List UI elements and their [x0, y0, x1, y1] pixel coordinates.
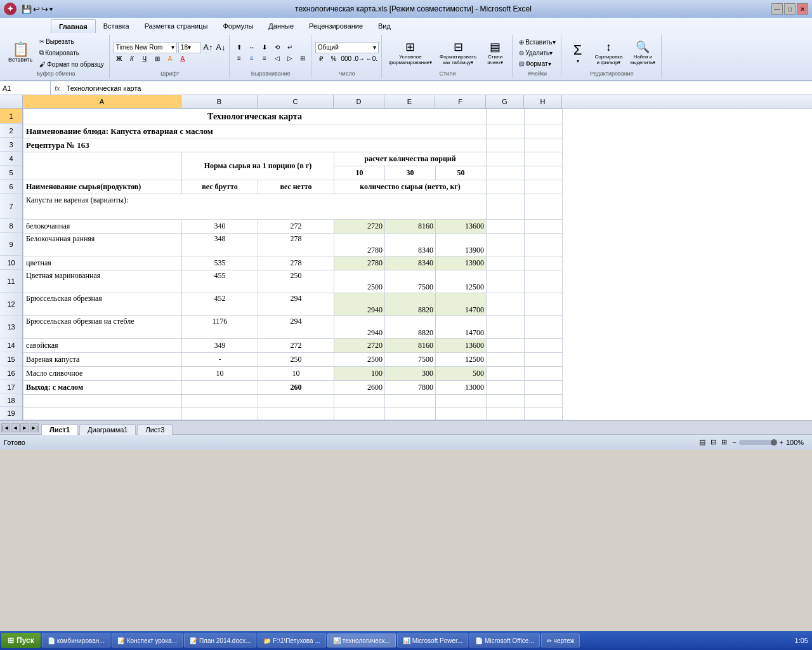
cell-r15-netto[interactable]: 250	[258, 353, 334, 367]
cell-r9-name[interactable]: Белокочанная ранняя	[23, 234, 182, 256]
row-num-18[interactable]: 18	[0, 394, 22, 407]
font-decrease-button[interactable]: A↓	[215, 43, 226, 53]
cell-r15-h[interactable]	[525, 353, 563, 367]
sort-filter-button[interactable]: ↕ Сортировкаи фильтр▾	[592, 36, 626, 69]
font-color-button[interactable]: A	[177, 54, 188, 64]
zoom-out-button[interactable]: −	[732, 439, 736, 446]
cell-r19-h[interactable]	[525, 408, 563, 420]
cell-r14-name[interactable]: савойская	[23, 339, 182, 353]
cell-r12-h[interactable]	[525, 293, 563, 316]
format-painter-button[interactable]: 🖌Формат по образцу	[37, 59, 107, 69]
cell-r17-h[interactable]	[525, 381, 563, 395]
cell-r1-title[interactable]: Технологическая карта	[23, 109, 487, 124]
align-middle-button[interactable]: ↔	[246, 43, 258, 53]
cell-r6-brutto[interactable]: вес брутто	[182, 180, 258, 194]
cell-r19-e[interactable]	[385, 408, 436, 420]
merge-center-button[interactable]: ⊞	[297, 53, 308, 63]
cell-r10-g[interactable]	[487, 256, 525, 270]
cell-r8-d[interactable]: 2720	[334, 220, 385, 234]
cell-r2-g[interactable]	[487, 124, 525, 138]
cell-r11-h[interactable]	[525, 270, 563, 293]
sheet-prev-button[interactable]: ◄	[11, 423, 20, 432]
cell-r14-g[interactable]	[487, 339, 525, 353]
formula-input[interactable]: Технологическая карта	[64, 84, 812, 92]
row-num-9[interactable]: 9	[0, 233, 22, 256]
decrease-decimal-button[interactable]: ←0.	[366, 54, 377, 64]
cell-r5-50[interactable]: 50	[436, 166, 487, 180]
cell-r13-f[interactable]: 14700	[436, 316, 487, 339]
copy-button[interactable]: ⧉Копировать	[37, 48, 107, 58]
undo-icon[interactable]: ↩	[33, 4, 40, 14]
sheet-first-button[interactable]: |◄	[1, 423, 10, 432]
insert-cells-button[interactable]: ⊕Вставить▾	[516, 37, 558, 47]
cell-r4-h[interactable]	[525, 152, 563, 166]
font-size-dropdown[interactable]: 18 ▾	[178, 42, 201, 53]
cell-r1-h[interactable]	[525, 109, 563, 124]
cell-r11-name[interactable]: Цветная маринованная	[23, 270, 182, 293]
cell-r13-netto[interactable]: 294	[258, 316, 334, 339]
cell-r14-e[interactable]: 8160	[385, 339, 436, 353]
cell-r18-a[interactable]	[23, 395, 182, 408]
cell-r16-brutto[interactable]: 10	[182, 367, 258, 381]
cell-r12-f[interactable]: 14700	[436, 293, 487, 316]
tab-home[interactable]: Главная	[51, 19, 96, 33]
cell-r10-brutto[interactable]: 535	[182, 256, 258, 270]
cell-r18-h[interactable]	[525, 395, 563, 408]
cell-r10-h[interactable]	[525, 256, 563, 270]
text-direction-button[interactable]: ⟲	[272, 43, 283, 53]
tab-formulas[interactable]: Формулы	[215, 19, 261, 33]
cell-r18-b[interactable]	[182, 395, 258, 408]
align-right-button[interactable]: ≡	[259, 53, 270, 63]
minimize-button[interactable]: —	[771, 3, 783, 15]
format-as-table-button[interactable]: ⊟ Форматироватькак таблицу▾	[436, 36, 480, 69]
cell-r10-e[interactable]: 8340	[385, 256, 436, 270]
cell-r13-name[interactable]: Брюссельская обрезная на стебле	[23, 316, 182, 339]
underline-button[interactable]: Ч	[139, 54, 150, 64]
sheet-tab-1[interactable]: Лист1	[41, 424, 78, 435]
col-header-f[interactable]: F	[435, 95, 486, 108]
col-header-h[interactable]: H	[524, 95, 562, 108]
cell-r8-netto[interactable]: 272	[258, 220, 334, 234]
row-num-11[interactable]: 11	[0, 270, 22, 293]
row-num-19[interactable]: 19	[0, 407, 22, 420]
cell-r19-a[interactable]	[23, 408, 182, 420]
dropdown-icon[interactable]: ▾	[49, 6, 53, 13]
number-format-dropdown[interactable]: Общий ▾	[315, 42, 379, 53]
col-header-c[interactable]: C	[258, 95, 334, 108]
row-num-4[interactable]: 4	[0, 152, 22, 166]
start-button[interactable]: ⊞ Пуск	[1, 633, 41, 648]
taskbar-item-7[interactable]: ✏ чертеж	[541, 633, 580, 647]
cell-r17-d[interactable]: 2600	[334, 381, 385, 395]
cell-r8-f[interactable]: 13600	[436, 220, 487, 234]
cell-r14-brutto[interactable]: 349	[182, 339, 258, 353]
cell-r8-brutto[interactable]: 340	[182, 220, 258, 234]
cell-r12-e[interactable]: 8820	[385, 293, 436, 316]
cell-r11-e[interactable]: 7500	[385, 270, 436, 293]
sheet-last-button[interactable]: ►|	[30, 423, 39, 432]
maximize-button[interactable]: □	[784, 3, 796, 15]
cell-r16-g[interactable]	[487, 367, 525, 381]
cell-r16-netto[interactable]: 10	[258, 367, 334, 381]
cell-r6-g[interactable]	[487, 180, 525, 194]
cell-r5-30[interactable]: 30	[385, 166, 436, 180]
taskbar-item-5[interactable]: 📊 Microsoft Power...	[397, 633, 468, 647]
conditional-format-button[interactable]: ⊞ Условноеформатирование▾	[386, 36, 435, 69]
row-num-3[interactable]: 3	[0, 138, 22, 152]
cell-r9-brutto[interactable]: 348	[182, 234, 258, 256]
col-header-d[interactable]: D	[334, 95, 384, 108]
cell-r11-netto[interactable]: 250	[258, 270, 334, 293]
taskbar-item-6[interactable]: 📄 Microsoft Office...	[469, 633, 540, 647]
cell-r9-e[interactable]: 8340	[385, 234, 436, 256]
cell-r11-brutto[interactable]: 455	[182, 270, 258, 293]
cell-r3-recipe[interactable]: Рецептура № 163	[23, 138, 487, 152]
cell-r15-brutto[interactable]: -	[182, 353, 258, 367]
cell-r9-h[interactable]	[525, 234, 563, 256]
view-page-break-icon[interactable]: ⊞	[721, 438, 727, 446]
border-button[interactable]: ⊞	[152, 54, 163, 64]
cell-r14-h[interactable]	[525, 339, 563, 353]
cell-r18-f[interactable]	[436, 395, 487, 408]
sheet-tab-3[interactable]: Лист3	[137, 424, 173, 435]
row-num-14[interactable]: 14	[0, 338, 22, 352]
cell-r2-h[interactable]	[525, 124, 563, 138]
cell-r19-d[interactable]	[334, 408, 385, 420]
